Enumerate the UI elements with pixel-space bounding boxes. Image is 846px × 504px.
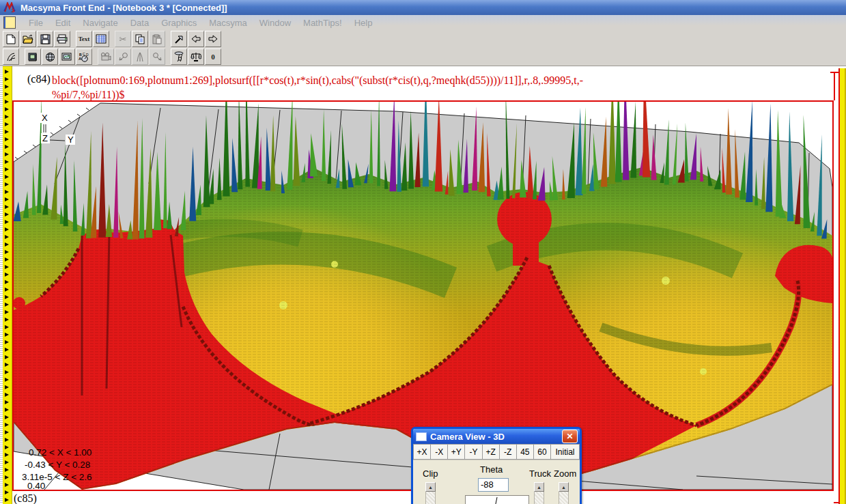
clip-scrollbar[interactable]: ▲ bbox=[425, 482, 436, 504]
svg-text:2: 2 bbox=[12, 8, 14, 13]
menu-macsyma[interactable]: Macsyma bbox=[203, 16, 253, 29]
view-minus-z-button[interactable]: -Z bbox=[499, 444, 516, 460]
camera-view-dialog[interactable]: Camera View - 3D ✕ +X -X +Y -Y +Z -Z 45 … bbox=[411, 427, 582, 504]
view-45-button[interactable]: 45 bbox=[516, 444, 533, 460]
globe-button[interactable] bbox=[42, 48, 58, 65]
menu-graphics[interactable]: Graphics bbox=[155, 16, 203, 29]
cell-label: (c84) bbox=[27, 73, 51, 85]
rotate-left-button[interactable] bbox=[115, 48, 131, 65]
cell-marker-margin[interactable] bbox=[3, 66, 12, 504]
zero-button[interactable]: 0 bbox=[205, 48, 221, 65]
zoom-scrollbar[interactable]: ▲ bbox=[559, 482, 569, 504]
toolbar-row-2: BCDA 0 bbox=[0, 48, 846, 66]
next-cell-label: (c85) bbox=[14, 492, 37, 504]
new-button[interactable] bbox=[3, 31, 19, 47]
cut-button[interactable]: ✂ bbox=[115, 31, 131, 47]
dialog-icon bbox=[416, 432, 427, 441]
window-titlebar: 2 Macsyma Front End - [Notebook 3 * [Con… bbox=[0, 0, 846, 15]
text-style-button[interactable]: Text bbox=[76, 31, 92, 47]
open-button[interactable] bbox=[20, 31, 36, 47]
macsyma-logo-icon: 2 bbox=[3, 1, 16, 14]
menu-file[interactable]: File bbox=[23, 16, 49, 29]
cell-bracket-input[interactable] bbox=[830, 72, 835, 100]
render-button[interactable] bbox=[25, 48, 41, 65]
view-minus-x-button[interactable]: -X bbox=[430, 444, 447, 460]
clip-label: Clip bbox=[423, 468, 438, 479]
x-range: 0.72 < X < 1.00 bbox=[29, 447, 91, 458]
axis-x-label: X bbox=[42, 113, 48, 123]
paste-button[interactable] bbox=[149, 31, 165, 47]
toolbar-row-1: Text ✂ bbox=[0, 30, 846, 48]
menu-navigate[interactable]: Navigate bbox=[76, 16, 124, 29]
table-button[interactable] bbox=[93, 31, 109, 47]
theta-input[interactable]: -88 bbox=[478, 478, 509, 492]
axis-y-label: Y bbox=[68, 135, 74, 145]
back-button[interactable] bbox=[188, 31, 204, 47]
rotate-right-button[interactable] bbox=[149, 48, 165, 65]
partial-tick-label: 0.40 bbox=[27, 481, 45, 490]
menu-mathtips[interactable]: MathTips! bbox=[297, 16, 348, 29]
zoom-label: Zoom bbox=[554, 468, 576, 479]
menu-help[interactable]: Help bbox=[348, 16, 379, 29]
notebook-icon[interactable] bbox=[3, 16, 16, 29]
menu-bar: File Edit Navigate Data Graphics Macsyma… bbox=[0, 15, 846, 31]
menu-window[interactable]: Window bbox=[253, 16, 297, 29]
path-button[interactable] bbox=[171, 48, 187, 65]
print-button[interactable] bbox=[54, 31, 70, 47]
save-button[interactable] bbox=[37, 31, 53, 47]
view-plus-z-button[interactable]: +Z bbox=[482, 444, 499, 460]
view-button-row: +X -X +Y -Y +Z -Z 45 60 Initial bbox=[413, 444, 580, 460]
graph-pointer-button[interactable] bbox=[3, 48, 19, 65]
cell-bracket-outer[interactable] bbox=[834, 72, 840, 503]
window-title: Macsyma Front End - [Notebook 3 * [Conne… bbox=[20, 3, 227, 13]
cell-code[interactable]: block([plotnum0:169,plotnum1:269],plotsu… bbox=[52, 73, 813, 102]
axis-z-label: Z bbox=[42, 133, 48, 143]
dialog-title: Camera View - 3D bbox=[430, 432, 505, 442]
dialog-titlebar[interactable]: Camera View - 3D ✕ bbox=[413, 429, 580, 444]
truck-label: Truck bbox=[529, 468, 551, 479]
close-icon[interactable]: ✕ bbox=[562, 430, 578, 443]
font-button[interactable]: BCDA bbox=[76, 48, 92, 65]
view-plus-x-button[interactable]: +X bbox=[413, 444, 430, 460]
svg-text:C: C bbox=[83, 52, 85, 56]
image-button[interactable] bbox=[59, 48, 75, 65]
menu-edit[interactable]: Edit bbox=[49, 16, 76, 29]
view-minus-y-button[interactable]: -Y bbox=[464, 444, 481, 460]
theta-dial[interactable] bbox=[465, 495, 529, 504]
menu-data[interactable]: Data bbox=[124, 16, 155, 29]
theta-label: Theta bbox=[480, 464, 503, 475]
view-plus-y-button[interactable]: +Y bbox=[447, 444, 464, 460]
jump-button[interactable] bbox=[171, 31, 187, 47]
view-initial-button[interactable]: Initial bbox=[550, 444, 580, 460]
trace-button[interactable] bbox=[132, 48, 148, 65]
copy-button[interactable] bbox=[132, 31, 148, 47]
balance-button[interactable] bbox=[188, 48, 204, 65]
y-range: -0.43 < Y < 0.28 bbox=[25, 460, 90, 470]
truck-scrollbar[interactable]: ▲ bbox=[534, 482, 544, 504]
view-60-button[interactable]: 60 bbox=[533, 444, 550, 460]
svg-text:A: A bbox=[79, 57, 82, 61]
forward-button[interactable] bbox=[205, 31, 221, 47]
animate-button[interactable] bbox=[98, 48, 114, 65]
